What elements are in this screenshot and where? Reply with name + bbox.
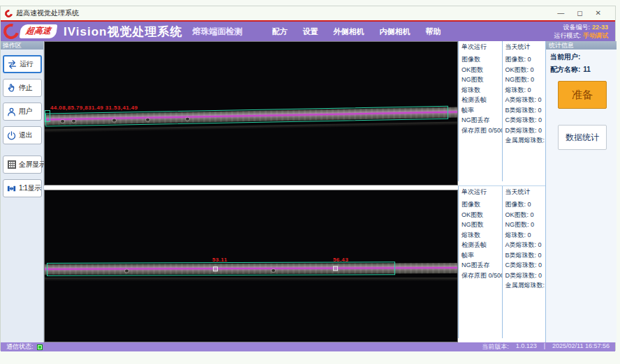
stat-row: C类熔珠数: 0 [505, 260, 546, 271]
stats-panel-top: 单次运行 图像数OK图数NG图数熔珠数检测丢帧帧率NG图丢存保存原图 0/500… [458, 41, 545, 185]
stat-row: 保存原图 0/500 [462, 126, 502, 136]
one-to-one-button[interactable]: 1:1显示 [3, 179, 42, 197]
stat-row: 图像数: 0 [505, 54, 546, 65]
metal-strip-image [44, 263, 458, 275]
defect-marker [213, 266, 218, 271]
defect-marker [333, 266, 338, 271]
one-to-one-icon [6, 183, 17, 194]
today-stats-column: 当天统计 图像数: 0OK图数: 0NG图数: 0熔珠数: 0A类熔珠数: 0B… [502, 41, 546, 181]
brand-swoosh-icon [1, 21, 22, 42]
version-label: 当前版本: [482, 342, 509, 351]
brand-logo: 超高速 [20, 24, 58, 38]
stat-row: 熔珠数: 0 [505, 85, 546, 96]
stat-row: NG图数 [462, 75, 502, 85]
close-button[interactable]: ✕ [596, 6, 601, 20]
run-cycle-icon [7, 59, 17, 70]
run-button[interactable]: 运行 [3, 55, 42, 73]
stat-row: 图像数 [462, 54, 502, 65]
main-header: 超高速 IVision视觉处理系统 熔珠端面检测 配方设置外侧相机内侧相机帮助 … [1, 20, 615, 41]
stat-row: 图像数: 0 [505, 199, 546, 210]
stat-row: C类熔珠数: 0 [505, 115, 546, 126]
datetime: 2025/02/11 16:57:56 [552, 342, 610, 351]
measurement-annotation: 44.08,85.79,831.49 31.53,41.49 [50, 105, 138, 111]
stat-row: 熔珠数 [462, 230, 502, 241]
stat-row: 熔珠数 [462, 85, 502, 96]
app-title: IVision视觉处理系统 [64, 24, 182, 40]
stat-row: 帧率 [462, 250, 502, 261]
statistics-info-panel: 统计信息 当前用户: 配方名称:11 准备 数据统计 [545, 41, 617, 342]
stat-row: OK图数: 0 [505, 210, 546, 220]
main-area: 操作区 运行 停止 用户 [1, 41, 615, 342]
data-statistics-button[interactable]: 数据统计 [558, 125, 607, 150]
fullscreen-button[interactable]: 全屏显示 [3, 156, 42, 174]
run-mode-value: 手动调试 [583, 32, 608, 39]
single-run-column: 单次运行 图像数OK图数NG图数熔珠数检测丢帧帧率NG图丢存保存原图 0/500 [458, 41, 502, 181]
menu-item[interactable]: 外侧相机 [333, 26, 364, 37]
camera-view-stack: 44.08,85.79,831.49 31.53,41.49 53.11 56.… [44, 41, 458, 342]
single-run-column: 单次运行 图像数OK图数NG图数熔珠数检测丢帧帧率NG图丢存保存原图 0/500 [458, 186, 502, 338]
camera-viewport-bottom: 53.11 56.43 [44, 190, 458, 342]
statistics-columns: 单次运行 图像数OK图数NG图数熔珠数检测丢帧帧率NG图丢存保存原图 0/500… [458, 41, 545, 342]
stop-button[interactable]: 停止 [3, 79, 42, 97]
stat-row: OK图数 [462, 65, 502, 75]
stat-row: 图像数 [462, 199, 502, 210]
power-icon [6, 130, 17, 141]
menu-item[interactable]: 设置 [302, 26, 318, 37]
stat-row: B类熔珠数: 0 [505, 250, 546, 261]
operation-sidebar: 操作区 运行 停止 用户 [1, 41, 44, 342]
user-button[interactable]: 用户 [3, 103, 42, 121]
maximize-button[interactable]: ◻ [577, 6, 582, 20]
minimize-button[interactable]: — [557, 6, 564, 20]
version-value: 1.0.123 [516, 342, 537, 351]
fullscreen-grid-icon [6, 160, 17, 170]
hand-stop-icon [6, 83, 17, 93]
title-bar: 超高速视觉处理系统 — ◻ ✕ [1, 6, 615, 20]
menu-item[interactable]: 内侧相机 [379, 26, 410, 37]
stat-row: NG图数: 0 [505, 220, 546, 230]
sidebar-title: 操作区 [1, 41, 43, 50]
device-number-value: 22-33 [592, 24, 608, 31]
stat-row: D类熔珠数: 0 [505, 126, 546, 136]
stat-row: NG图数: 0 [505, 75, 546, 85]
separator: | [544, 342, 545, 351]
version-datetime: 当前版本: 1.0.123 | 2025/02/11 16:57:56 [482, 342, 610, 351]
roi-edge-marker [45, 110, 50, 122]
device-number-row: 设备编号:22-33 [554, 23, 608, 31]
stat-row: NG图丢存 [462, 260, 502, 271]
status-bar: 通信状态: 当前版本: 1.0.123 | 2025/02/11 16:57:5… [1, 342, 615, 351]
prepare-button[interactable]: 准备 [558, 81, 607, 109]
today-stats-column: 当天统计 图像数: 0OK图数: 0NG图数: 0熔珠数: 0A类熔珠数: 0B… [502, 186, 546, 338]
app-logo-icon [3, 8, 14, 18]
stat-row: A类熔珠数: 0 [505, 95, 546, 105]
stat-row: 检测丢帧 [462, 95, 502, 105]
strip-reflection [45, 278, 457, 281]
recipe-name-row: 配方名称:11 [546, 62, 617, 75]
stat-row: 保存原图 0/500 [462, 271, 502, 281]
stat-row: A类熔珠数: 0 [505, 240, 546, 250]
current-user-row: 当前用户: [546, 50, 617, 62]
stat-row: D类熔珠数: 0 [505, 271, 546, 281]
camera-viewport-top: 44.08,85.79,831.49 31.53,41.49 [44, 41, 458, 185]
stat-row: B类熔珠数: 0 [505, 105, 546, 116]
menu-bar: 配方设置外侧相机内侧相机帮助 [272, 26, 441, 37]
device-info: 设备编号:22-33 运行模式:手动调试 [554, 23, 615, 40]
app-window: 超高速视觉处理系统 — ◻ ✕ 超高速 IVision视觉处理系统 熔珠端面检测… [0, 6, 616, 351]
run-mode-row: 运行模式:手动调试 [554, 31, 608, 40]
comm-status-indicator [37, 344, 43, 350]
stat-row: 检测丢帧 [462, 240, 502, 250]
stat-row: 熔珠数: 0 [505, 230, 546, 241]
exit-button[interactable]: 退出 [3, 126, 42, 144]
window-title: 超高速视觉处理系统 [16, 8, 79, 18]
stats-panel-bottom: 单次运行 图像数OK图数NG图数熔珠数检测丢帧帧率NG图丢存保存原图 0/500… [458, 185, 545, 338]
stat-row: 金属屑熔珠数: 0 [505, 135, 546, 146]
menu-item[interactable]: 帮助 [425, 26, 441, 37]
info-panel-title: 统计信息 [546, 41, 617, 50]
stat-row: OK图数 [462, 210, 502, 220]
stat-row: OK图数: 0 [505, 65, 546, 75]
menu-item[interactable]: 配方 [272, 26, 287, 37]
window-controls: — ◻ ✕ [557, 6, 611, 20]
app-subtitle: 熔珠端面检测 [192, 26, 242, 38]
user-icon [6, 107, 17, 117]
stat-row: 金属屑熔珠数: 0 [505, 280, 546, 291]
stat-row: NG图丢存 [462, 115, 502, 126]
